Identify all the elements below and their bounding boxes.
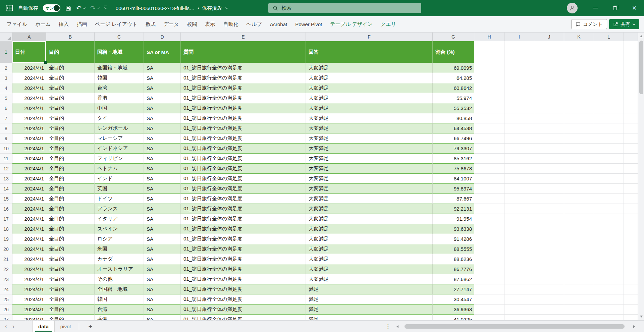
row-number[interactable]: 17 xyxy=(0,214,12,224)
quick-access-menu-icon[interactable] xyxy=(104,6,107,9)
empty-cell[interactable] xyxy=(534,305,564,315)
empty-cell[interactable] xyxy=(504,284,534,294)
cell-question[interactable]: 01_訪日旅行全体の満足度 xyxy=(181,274,306,284)
row-number[interactable]: 23 xyxy=(0,274,12,284)
empty-cell[interactable] xyxy=(474,204,504,214)
cell-sa-ma[interactable]: SA xyxy=(144,154,181,164)
empty-cell[interactable] xyxy=(624,294,638,305)
empty-cell[interactable] xyxy=(594,194,624,204)
empty-cell[interactable] xyxy=(624,284,638,294)
empty-cell[interactable] xyxy=(564,93,594,103)
cell-purpose[interactable]: 全目的 xyxy=(46,174,95,184)
empty-cell[interactable] xyxy=(504,305,534,315)
empty-cell[interactable] xyxy=(504,214,534,224)
empty-cell[interactable] xyxy=(624,244,638,254)
undo-button[interactable]: ↶ xyxy=(76,5,86,11)
cell-purpose[interactable]: 全目的 xyxy=(46,123,95,133)
cell-region[interactable]: スペイン xyxy=(95,224,144,234)
row-number[interactable]: 13 xyxy=(0,174,12,184)
cell-purpose[interactable]: 全目的 xyxy=(46,103,95,113)
empty-cell[interactable] xyxy=(624,214,638,224)
empty-cell[interactable] xyxy=(594,63,624,73)
empty-cell[interactable] xyxy=(504,144,534,154)
cell-question[interactable]: 01_訪日旅行全体の満足度 xyxy=(181,113,306,123)
cell-purpose[interactable]: 全目的 xyxy=(46,144,95,154)
select-all-button[interactable] xyxy=(0,33,12,41)
empty-cell[interactable] xyxy=(564,254,594,264)
cell-sa-ma[interactable]: SA xyxy=(144,174,181,184)
cell-answer[interactable]: 大変満足 xyxy=(306,63,433,73)
empty-cell[interactable] xyxy=(474,254,504,264)
empty-cell[interactable] xyxy=(594,214,624,224)
empty-cell[interactable] xyxy=(564,41,594,63)
cell-purpose[interactable]: 全目的 xyxy=(46,284,95,294)
cell-region[interactable]: 台湾 xyxy=(95,83,144,93)
empty-cell[interactable] xyxy=(504,93,534,103)
empty-cell[interactable] xyxy=(564,184,594,194)
cell-percentage[interactable]: 66.7496 xyxy=(433,133,474,144)
empty-cell[interactable] xyxy=(474,83,504,93)
sheet-tab-data[interactable]: data xyxy=(32,321,55,332)
cell-question[interactable]: 01_訪日旅行全体の満足度 xyxy=(181,214,306,224)
horizontal-scrollbar-thumb[interactable] xyxy=(405,324,625,329)
empty-cell[interactable] xyxy=(504,264,534,274)
empty-cell[interactable] xyxy=(534,264,564,274)
cell-region[interactable]: 香港 xyxy=(95,315,144,320)
empty-cell[interactable] xyxy=(564,83,594,93)
cell-percentage[interactable]: 60.8642 xyxy=(433,83,474,93)
cell-sa-ma[interactable]: SA xyxy=(144,164,181,174)
cell-purpose[interactable]: 全目的 xyxy=(46,264,95,274)
empty-cell[interactable] xyxy=(624,133,638,144)
horizontal-scrollbar[interactable] xyxy=(402,324,631,329)
cell-question[interactable]: 01_訪日旅行全体の満足度 xyxy=(181,254,306,264)
cell-region[interactable]: ベトナム xyxy=(95,164,144,174)
cell-question[interactable]: 01_訪日旅行全体の満足度 xyxy=(181,164,306,174)
empty-cell[interactable] xyxy=(504,244,534,254)
cell-percentage[interactable]: 85.3162 xyxy=(433,154,474,164)
row-number[interactable]: 16 xyxy=(0,204,12,214)
cell-answer[interactable]: 大変満足 xyxy=(306,154,433,164)
cell-region[interactable]: フランス xyxy=(95,204,144,214)
cell-question[interactable]: 01_訪日旅行全体の満足度 xyxy=(181,204,306,214)
header-cell-percentage[interactable]: 割合 (%) xyxy=(433,41,474,63)
cell-question[interactable]: 01_訪日旅行全体の満足度 xyxy=(181,123,306,133)
cell-answer[interactable]: 大変満足 xyxy=(306,194,433,204)
ribbon-tab[interactable]: 描画 xyxy=(73,18,91,30)
empty-cell[interactable] xyxy=(534,164,564,174)
row-number[interactable]: 22 xyxy=(0,264,12,274)
header-cell-sa-ma[interactable]: SA or MA xyxy=(144,41,181,63)
cell-sa-ma[interactable]: SA xyxy=(144,264,181,274)
header-cell-question[interactable]: 質問 xyxy=(181,41,306,63)
empty-cell[interactable] xyxy=(474,174,504,184)
cell-date[interactable]: 2024/4/1 xyxy=(12,154,46,164)
row-number[interactable]: 26 xyxy=(0,305,12,315)
empty-cell[interactable] xyxy=(624,154,638,164)
empty-cell[interactable] xyxy=(534,73,564,83)
row-number[interactable]: 10 xyxy=(0,144,12,154)
cell-percentage[interactable]: 27.7147 xyxy=(433,284,474,294)
cell-sa-ma[interactable]: SA xyxy=(144,103,181,113)
cell-sa-ma[interactable]: SA xyxy=(144,284,181,294)
empty-cell[interactable] xyxy=(564,103,594,113)
cell-sa-ma[interactable]: SA xyxy=(144,315,181,320)
empty-cell[interactable] xyxy=(534,133,564,144)
cell-sa-ma[interactable]: SA xyxy=(144,234,181,244)
row-number[interactable]: 19 xyxy=(0,234,12,244)
cell-question[interactable]: 01_訪日旅行全体の満足度 xyxy=(181,83,306,93)
cell-answer[interactable]: 満足 xyxy=(306,294,433,305)
empty-cell[interactable] xyxy=(534,224,564,234)
empty-cell[interactable] xyxy=(564,234,594,244)
empty-cell[interactable] xyxy=(594,103,624,113)
empty-cell[interactable] xyxy=(534,154,564,164)
empty-cell[interactable] xyxy=(504,103,534,113)
restore-button[interactable] xyxy=(605,0,625,16)
cell-answer[interactable]: 大変満足 xyxy=(306,234,433,244)
cell-answer[interactable]: 大変満足 xyxy=(306,73,433,83)
empty-cell[interactable] xyxy=(564,204,594,214)
ribbon-tab[interactable]: ホーム xyxy=(31,18,55,30)
empty-cell[interactable] xyxy=(624,103,638,113)
cell-sa-ma[interactable]: SA xyxy=(144,305,181,315)
cell-sa-ma[interactable]: SA xyxy=(144,83,181,93)
cell-sa-ma[interactable]: SA xyxy=(144,244,181,254)
column-header-D[interactable]: D xyxy=(144,33,181,41)
